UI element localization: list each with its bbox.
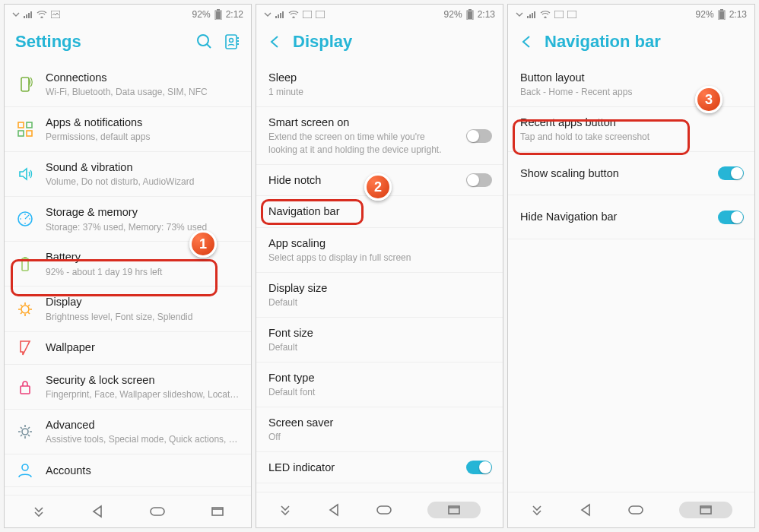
toggle-smart-screen[interactable]: [466, 129, 492, 143]
svg-rect-12: [27, 122, 32, 128]
item-apps[interactable]: Apps & notificationsPermissions, default…: [5, 107, 251, 152]
toggle-hide-notch[interactable]: [466, 173, 492, 187]
battery-pct: 92%: [696, 9, 714, 20]
item-screen-saver[interactable]: Screen saverOff: [256, 407, 503, 452]
item-title: Hide Navigation bar: [520, 209, 707, 224]
nav-recent-active[interactable]: [679, 502, 732, 518]
item-font-size[interactable]: Font sizeDefault: [256, 318, 503, 363]
svg-point-21: [22, 464, 28, 470]
phone-navbar: 92% 2:13 Navigation bar Button layoutBac…: [507, 4, 755, 528]
nav-chevron-icon[interactable]: [530, 505, 544, 515]
item-security[interactable]: Security & lock screenFingerprint, Face,…: [5, 365, 251, 410]
item-sub: Default: [268, 341, 492, 354]
svg-point-18: [21, 306, 29, 313]
phone-display: 92% 2:13 Display Sleep1 minute Smart scr…: [256, 4, 503, 528]
item-accounts[interactable]: Accounts: [5, 454, 251, 487]
item-title: Navigation bar: [268, 204, 492, 219]
item-display-size[interactable]: Display sizeDefault: [256, 273, 503, 318]
svg-rect-11: [18, 122, 24, 128]
navigation-bar: [508, 492, 754, 527]
item-title: Connections: [46, 70, 240, 85]
svg-rect-34: [719, 11, 724, 19]
item-font-type[interactable]: Font typeDefault font: [256, 363, 503, 407]
search-icon[interactable]: [196, 33, 213, 50]
item-smart-screen[interactable]: Smart screen onExtend the screen on time…: [256, 107, 503, 165]
svg-rect-2: [216, 11, 221, 19]
svg-rect-29: [377, 506, 391, 514]
contact-icon[interactable]: [224, 33, 240, 50]
page-title: Navigation bar: [545, 32, 744, 52]
signal-icon: [527, 11, 536, 18]
status-bar: 92% 2:12: [5, 5, 251, 24]
item-wallpaper[interactable]: Wallpaper: [5, 332, 251, 365]
item-sub: Select apps to display in full screen: [268, 252, 492, 264]
item-accessibility[interactable]: AccessibilityScreen reader, display, int…: [5, 487, 251, 495]
badge-1: 1: [189, 230, 217, 258]
toggle-hide-navbar[interactable]: [718, 211, 744, 224]
svg-rect-19: [21, 386, 30, 394]
user-icon: [17, 462, 33, 479]
nav-back-icon[interactable]: [91, 505, 104, 518]
svg-rect-10: [21, 78, 29, 91]
item-navigation-bar[interactable]: Navigation bar: [256, 196, 503, 227]
item-display[interactable]: DisplayBrightness level, Font size, Sple…: [5, 287, 251, 331]
nav-home-icon[interactable]: [376, 503, 392, 517]
battery-icon: [17, 255, 33, 272]
item-title: Sound & vibration: [46, 160, 240, 175]
item-connections[interactable]: ConnectionsWi-Fi, Bluetooth, Data usage,…: [5, 62, 251, 107]
item-app-scaling[interactable]: App scalingSelect apps to display in ful…: [256, 228, 503, 273]
navbar-list: Button layoutBack - Home - Recent apps R…: [508, 62, 754, 492]
svg-rect-0: [51, 11, 60, 18]
item-title: App scaling: [268, 236, 492, 251]
item-title: Display size: [268, 280, 492, 296]
badge-3: 3: [695, 86, 722, 113]
item-scaling-button[interactable]: Show scaling button: [508, 152, 754, 195]
item-led[interactable]: LED indicator: [256, 452, 503, 483]
svg-rect-31: [554, 11, 564, 18]
wifi-icon: [288, 11, 299, 18]
item-sub: Brightness level, Font size, Splendid: [46, 311, 240, 324]
nav-back-icon[interactable]: [579, 503, 592, 517]
nav-home-icon[interactable]: [149, 505, 166, 518]
toggle-scaling[interactable]: [718, 166, 744, 180]
nav-home-icon[interactable]: [627, 503, 644, 517]
nav-chevron-icon[interactable]: [278, 505, 292, 515]
nav-recent-active[interactable]: [427, 502, 481, 518]
item-splendid[interactable]: SplendidBluelight Filter: [256, 483, 503, 492]
svg-point-6: [230, 39, 233, 43]
item-sleep[interactable]: Sleep1 minute: [256, 62, 503, 107]
svg-rect-32: [567, 11, 576, 18]
wifi-icon: [37, 11, 47, 18]
screenshot-icon: [554, 11, 564, 18]
nav-back-icon[interactable]: [327, 503, 341, 517]
battery-icon: [466, 9, 474, 20]
badge-2: 2: [364, 173, 392, 201]
item-sub: Default font: [268, 386, 492, 399]
display-list: Sleep1 minute Smart screen onExtend the …: [256, 62, 503, 492]
navigation-bar: [5, 495, 251, 527]
screenshot-icon: [567, 11, 576, 18]
toggle-led[interactable]: [466, 461, 492, 474]
sound-icon: [17, 166, 33, 182]
svg-rect-35: [720, 9, 723, 11]
item-advanced[interactable]: AdvancedAssistive tools, Special mode, Q…: [5, 410, 251, 454]
svg-rect-27: [468, 11, 472, 19]
wallpaper-icon: [17, 340, 33, 356]
back-icon[interactable]: [267, 33, 284, 50]
item-recent-apps-button[interactable]: Recent apps buttonTap and hold to take s…: [508, 107, 754, 152]
back-icon[interactable]: [519, 33, 535, 50]
svg-rect-24: [303, 11, 312, 18]
item-sub: Extend the screen on time while you're l…: [268, 131, 456, 157]
clock: 2:13: [478, 9, 495, 20]
nav-recent-icon[interactable]: [211, 506, 224, 517]
item-hide-navbar[interactable]: Hide Navigation bar: [508, 195, 754, 239]
item-title: Accounts: [46, 463, 240, 478]
nav-chevron-icon[interactable]: [32, 506, 46, 517]
svg-rect-28: [468, 9, 472, 11]
header: Display: [256, 24, 503, 62]
svg-rect-17: [24, 257, 27, 258]
item-sub: Wi-Fi, Bluetooth, Data usage, SIM, NFC: [46, 86, 240, 99]
item-sound[interactable]: Sound & vibrationVolume, Do not disturb,…: [5, 152, 251, 197]
svg-rect-36: [629, 506, 643, 514]
svg-rect-13: [18, 131, 24, 136]
